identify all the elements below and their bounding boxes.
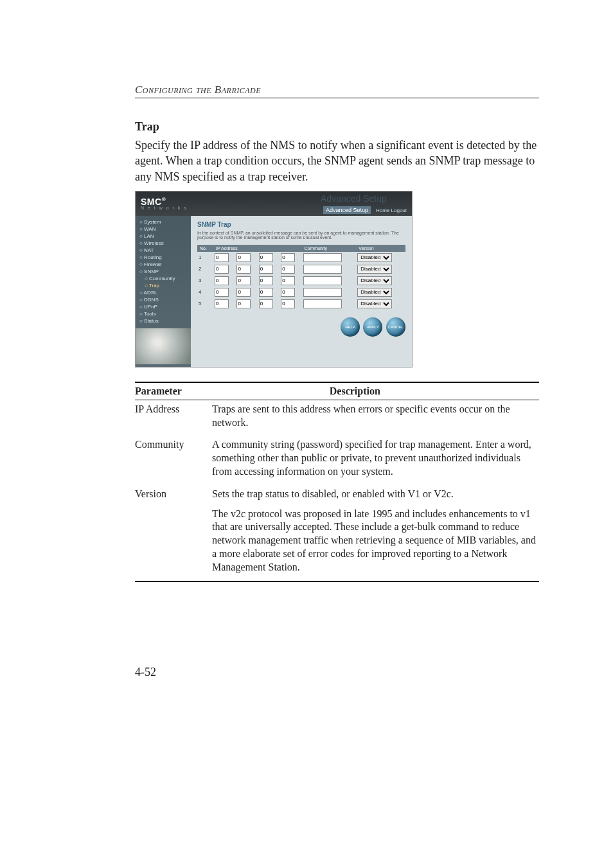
- param-desc: Traps are sent to this address when erro…: [212, 400, 539, 436]
- main-panel: SNMP Trap In the context of SNMP, an uns…: [191, 216, 412, 367]
- nav-item[interactable]: ○ System: [136, 218, 191, 226]
- community-input[interactable]: [303, 276, 342, 285]
- param-desc-table: Parameter Description: [135, 383, 539, 400]
- version-select[interactable]: Disabled: [357, 299, 392, 308]
- nav-item[interactable]: ○ Trap: [136, 282, 191, 289]
- ip-octet-input[interactable]: [259, 288, 273, 297]
- param-desc: Sets the trap status to disabled, or ena…: [212, 485, 539, 581]
- ip-octet-input[interactable]: [281, 265, 295, 274]
- cell-no: 1: [197, 252, 213, 263]
- cell-no: 5: [197, 298, 213, 310]
- head-rule: [135, 98, 539, 98]
- ip-octet-input[interactable]: [259, 299, 273, 308]
- table-row: 4Disabled: [197, 287, 405, 298]
- table-row: 3Disabled: [197, 275, 405, 287]
- nav-item[interactable]: ○ Routing: [136, 254, 191, 261]
- nav-photo: [136, 328, 191, 364]
- table-bottom-rule: [135, 581, 539, 582]
- ip-octet-input[interactable]: [281, 276, 295, 285]
- nav-item[interactable]: ○ LAN: [136, 233, 191, 240]
- nav-item[interactable]: ○ Tools: [136, 310, 191, 317]
- table-row: 5Disabled: [197, 298, 405, 310]
- nav-item[interactable]: ○ Status: [136, 317, 191, 324]
- sidebar-nav: ○ System○ WAN○ LAN○ Wireless○ NAT○ Routi…: [136, 216, 191, 367]
- community-input[interactable]: [303, 288, 342, 297]
- ip-octet-input[interactable]: [236, 253, 251, 262]
- cell-no: 4: [197, 287, 213, 298]
- nav-item[interactable]: ○ Community: [136, 275, 191, 282]
- button-row: HELP APPLY CANCEL: [197, 317, 405, 337]
- community-input[interactable]: [303, 265, 342, 274]
- ip-octet-input[interactable]: [215, 288, 229, 297]
- param-row: CommunityA community string (password) s…: [135, 436, 539, 484]
- ip-octet-input[interactable]: [259, 276, 273, 285]
- panel-title: SNMP Trap: [197, 221, 405, 228]
- col-community: Community: [302, 245, 357, 252]
- community-input[interactable]: [303, 299, 342, 308]
- col-no: No.: [197, 245, 213, 252]
- nav-item[interactable]: ○ ADSL: [136, 289, 191, 296]
- param-desc-body: IP AddressTraps are sent to this address…: [135, 400, 539, 581]
- cell-no: 2: [197, 263, 213, 275]
- nav-item[interactable]: ○ Wireless: [136, 240, 191, 247]
- head-parameter: Parameter: [135, 383, 330, 400]
- ip-octet-input[interactable]: [259, 253, 273, 262]
- trap-table: No. IP Address Community Version 1Disabl…: [197, 245, 405, 310]
- section-paragraph: Specify the IP address of the NMS to not…: [135, 137, 539, 184]
- ip-octet-input[interactable]: [215, 253, 229, 262]
- ip-octet-input[interactable]: [236, 276, 251, 285]
- param-name: Version: [135, 485, 212, 581]
- param-name: IP Address: [135, 400, 212, 436]
- ip-octet-input[interactable]: [259, 265, 273, 274]
- header-title: Advanced Setup Advanced Setup Home Logou…: [321, 193, 407, 214]
- col-ip: IP Address: [213, 245, 302, 252]
- ip-octet-input[interactable]: [281, 253, 295, 262]
- help-button[interactable]: HELP: [341, 317, 360, 337]
- table-row: 2Disabled: [197, 263, 405, 275]
- col-version: Version: [356, 245, 405, 252]
- nav-item[interactable]: ○ UPnP: [136, 303, 191, 310]
- ip-octet-input[interactable]: [215, 265, 229, 274]
- cancel-button[interactable]: CANCEL: [386, 317, 405, 337]
- router-screenshot: SMC®N e t w o r k s Advanced Setup Advan…: [135, 191, 413, 368]
- version-select[interactable]: Disabled: [357, 276, 392, 285]
- section-title: Trap: [135, 120, 539, 134]
- running-head: Configuring the Barricade: [135, 84, 539, 96]
- panel-description: In the context of SNMP, an unsolicited m…: [197, 231, 405, 240]
- page-number: 4-52: [135, 666, 539, 679]
- param-row: IP AddressTraps are sent to this address…: [135, 400, 539, 436]
- nav-item[interactable]: ○ SNMP: [136, 268, 191, 275]
- version-select[interactable]: Disabled: [357, 265, 392, 274]
- cell-no: 3: [197, 275, 213, 287]
- head-description: Description: [330, 383, 539, 400]
- ip-octet-input[interactable]: [215, 299, 229, 308]
- ip-octet-input[interactable]: [281, 288, 295, 297]
- ip-octet-input[interactable]: [236, 265, 251, 274]
- nav-item[interactable]: ○ WAN: [136, 226, 191, 233]
- ip-octet-input[interactable]: [281, 299, 295, 308]
- version-select[interactable]: Disabled: [357, 288, 392, 297]
- ip-octet-input[interactable]: [236, 288, 251, 297]
- nav-item[interactable]: ○ Firewall: [136, 261, 191, 268]
- shot-header: SMC®N e t w o r k s Advanced Setup Advan…: [136, 191, 412, 216]
- ip-octet-input[interactable]: [215, 276, 229, 285]
- ip-octet-input[interactable]: [236, 299, 251, 308]
- nav-item[interactable]: ○ NAT: [136, 247, 191, 254]
- nav-item[interactable]: ○ DDNS: [136, 296, 191, 303]
- table-row: 1Disabled: [197, 252, 405, 263]
- param-desc: A community string (password) specified …: [212, 436, 539, 484]
- param-name: Community: [135, 436, 212, 484]
- logo-text: SMC®N e t w o r k s: [141, 197, 188, 210]
- apply-button[interactable]: APPLY: [363, 317, 382, 337]
- param-row: VersionSets the trap status to disabled,…: [135, 485, 539, 581]
- community-input[interactable]: [303, 253, 342, 262]
- version-select[interactable]: Disabled: [357, 253, 392, 262]
